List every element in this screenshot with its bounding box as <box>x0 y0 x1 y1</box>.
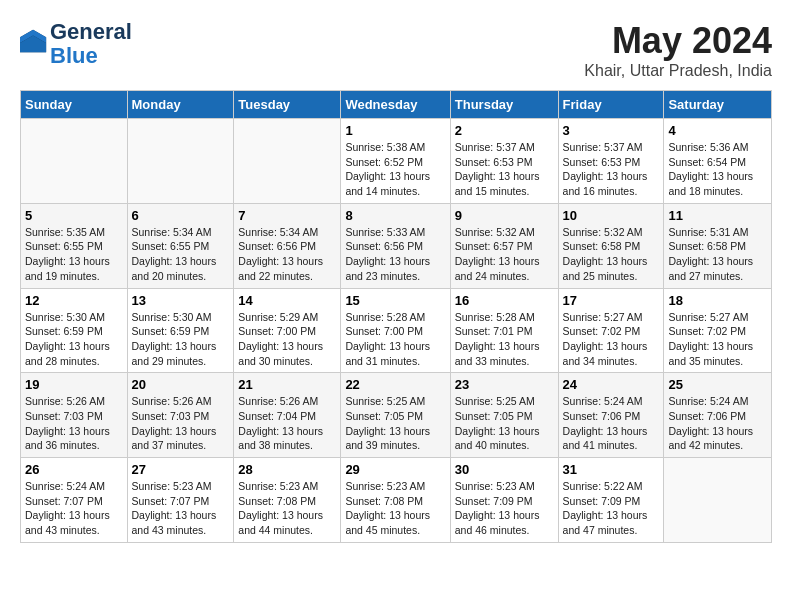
calendar-cell: 8Sunrise: 5:33 AM Sunset: 6:56 PM Daylig… <box>341 203 450 288</box>
calendar-cell: 23Sunrise: 5:25 AM Sunset: 7:05 PM Dayli… <box>450 373 558 458</box>
day-number: 3 <box>563 123 660 138</box>
calendar-cell: 5Sunrise: 5:35 AM Sunset: 6:55 PM Daylig… <box>21 203 128 288</box>
logo-line1: General <box>50 20 132 44</box>
day-number: 5 <box>25 208 123 223</box>
day-number: 4 <box>668 123 767 138</box>
day-number: 26 <box>25 462 123 477</box>
calendar-cell: 22Sunrise: 5:25 AM Sunset: 7:05 PM Dayli… <box>341 373 450 458</box>
day-number: 22 <box>345 377 445 392</box>
day-number: 25 <box>668 377 767 392</box>
title-block: May 2024 Khair, Uttar Pradesh, India <box>584 20 772 80</box>
calendar-cell: 14Sunrise: 5:29 AM Sunset: 7:00 PM Dayli… <box>234 288 341 373</box>
day-number: 20 <box>132 377 230 392</box>
day-info: Sunrise: 5:33 AM Sunset: 6:56 PM Dayligh… <box>345 225 445 284</box>
location: Khair, Uttar Pradesh, India <box>584 62 772 80</box>
day-number: 30 <box>455 462 554 477</box>
day-info: Sunrise: 5:27 AM Sunset: 7:02 PM Dayligh… <box>563 310 660 369</box>
day-info: Sunrise: 5:28 AM Sunset: 7:01 PM Dayligh… <box>455 310 554 369</box>
day-info: Sunrise: 5:29 AM Sunset: 7:00 PM Dayligh… <box>238 310 336 369</box>
col-header-friday: Friday <box>558 91 664 119</box>
day-number: 6 <box>132 208 230 223</box>
day-info: Sunrise: 5:24 AM Sunset: 7:06 PM Dayligh… <box>668 394 767 453</box>
day-number: 12 <box>25 293 123 308</box>
day-info: Sunrise: 5:38 AM Sunset: 6:52 PM Dayligh… <box>345 140 445 199</box>
day-number: 29 <box>345 462 445 477</box>
day-number: 16 <box>455 293 554 308</box>
day-info: Sunrise: 5:37 AM Sunset: 6:53 PM Dayligh… <box>455 140 554 199</box>
day-info: Sunrise: 5:26 AM Sunset: 7:03 PM Dayligh… <box>25 394 123 453</box>
calendar-week-row: 19Sunrise: 5:26 AM Sunset: 7:03 PM Dayli… <box>21 373 772 458</box>
day-info: Sunrise: 5:27 AM Sunset: 7:02 PM Dayligh… <box>668 310 767 369</box>
calendar-cell: 30Sunrise: 5:23 AM Sunset: 7:09 PM Dayli… <box>450 458 558 543</box>
day-info: Sunrise: 5:32 AM Sunset: 6:57 PM Dayligh… <box>455 225 554 284</box>
logo-icon <box>20 28 48 56</box>
page-header: General Blue May 2024 Khair, Uttar Prade… <box>20 20 772 80</box>
calendar-cell: 21Sunrise: 5:26 AM Sunset: 7:04 PM Dayli… <box>234 373 341 458</box>
day-info: Sunrise: 5:23 AM Sunset: 7:07 PM Dayligh… <box>132 479 230 538</box>
calendar-cell: 10Sunrise: 5:32 AM Sunset: 6:58 PM Dayli… <box>558 203 664 288</box>
day-info: Sunrise: 5:25 AM Sunset: 7:05 PM Dayligh… <box>345 394 445 453</box>
calendar-cell: 20Sunrise: 5:26 AM Sunset: 7:03 PM Dayli… <box>127 373 234 458</box>
day-info: Sunrise: 5:24 AM Sunset: 7:06 PM Dayligh… <box>563 394 660 453</box>
day-info: Sunrise: 5:23 AM Sunset: 7:08 PM Dayligh… <box>238 479 336 538</box>
day-info: Sunrise: 5:24 AM Sunset: 7:07 PM Dayligh… <box>25 479 123 538</box>
day-number: 17 <box>563 293 660 308</box>
day-number: 21 <box>238 377 336 392</box>
calendar-cell: 27Sunrise: 5:23 AM Sunset: 7:07 PM Dayli… <box>127 458 234 543</box>
day-number: 8 <box>345 208 445 223</box>
calendar-cell: 31Sunrise: 5:22 AM Sunset: 7:09 PM Dayli… <box>558 458 664 543</box>
day-number: 31 <box>563 462 660 477</box>
calendar-header-row: SundayMondayTuesdayWednesdayThursdayFrid… <box>21 91 772 119</box>
calendar-cell: 25Sunrise: 5:24 AM Sunset: 7:06 PM Dayli… <box>664 373 772 458</box>
day-info: Sunrise: 5:26 AM Sunset: 7:04 PM Dayligh… <box>238 394 336 453</box>
col-header-wednesday: Wednesday <box>341 91 450 119</box>
day-info: Sunrise: 5:30 AM Sunset: 6:59 PM Dayligh… <box>25 310 123 369</box>
month-title: May 2024 <box>584 20 772 62</box>
day-info: Sunrise: 5:30 AM Sunset: 6:59 PM Dayligh… <box>132 310 230 369</box>
day-number: 11 <box>668 208 767 223</box>
calendar-cell: 12Sunrise: 5:30 AM Sunset: 6:59 PM Dayli… <box>21 288 128 373</box>
calendar-cell: 24Sunrise: 5:24 AM Sunset: 7:06 PM Dayli… <box>558 373 664 458</box>
calendar-cell: 11Sunrise: 5:31 AM Sunset: 6:58 PM Dayli… <box>664 203 772 288</box>
calendar-cell <box>21 119 128 204</box>
calendar-cell: 4Sunrise: 5:36 AM Sunset: 6:54 PM Daylig… <box>664 119 772 204</box>
day-info: Sunrise: 5:32 AM Sunset: 6:58 PM Dayligh… <box>563 225 660 284</box>
calendar-cell: 28Sunrise: 5:23 AM Sunset: 7:08 PM Dayli… <box>234 458 341 543</box>
col-header-monday: Monday <box>127 91 234 119</box>
day-number: 7 <box>238 208 336 223</box>
day-number: 27 <box>132 462 230 477</box>
day-number: 13 <box>132 293 230 308</box>
day-number: 28 <box>238 462 336 477</box>
day-number: 24 <box>563 377 660 392</box>
calendar-cell <box>664 458 772 543</box>
calendar-cell: 18Sunrise: 5:27 AM Sunset: 7:02 PM Dayli… <box>664 288 772 373</box>
calendar-cell <box>234 119 341 204</box>
day-number: 2 <box>455 123 554 138</box>
day-number: 9 <box>455 208 554 223</box>
day-number: 10 <box>563 208 660 223</box>
calendar-week-row: 5Sunrise: 5:35 AM Sunset: 6:55 PM Daylig… <box>21 203 772 288</box>
day-number: 18 <box>668 293 767 308</box>
calendar-cell: 17Sunrise: 5:27 AM Sunset: 7:02 PM Dayli… <box>558 288 664 373</box>
logo: General Blue <box>20 20 132 68</box>
calendar-cell: 13Sunrise: 5:30 AM Sunset: 6:59 PM Dayli… <box>127 288 234 373</box>
day-number: 19 <box>25 377 123 392</box>
day-info: Sunrise: 5:34 AM Sunset: 6:56 PM Dayligh… <box>238 225 336 284</box>
calendar-cell: 3Sunrise: 5:37 AM Sunset: 6:53 PM Daylig… <box>558 119 664 204</box>
calendar-cell: 6Sunrise: 5:34 AM Sunset: 6:55 PM Daylig… <box>127 203 234 288</box>
day-info: Sunrise: 5:22 AM Sunset: 7:09 PM Dayligh… <box>563 479 660 538</box>
calendar-cell <box>127 119 234 204</box>
day-info: Sunrise: 5:28 AM Sunset: 7:00 PM Dayligh… <box>345 310 445 369</box>
day-info: Sunrise: 5:23 AM Sunset: 7:08 PM Dayligh… <box>345 479 445 538</box>
calendar-cell: 26Sunrise: 5:24 AM Sunset: 7:07 PM Dayli… <box>21 458 128 543</box>
col-header-sunday: Sunday <box>21 91 128 119</box>
calendar-cell: 29Sunrise: 5:23 AM Sunset: 7:08 PM Dayli… <box>341 458 450 543</box>
day-number: 1 <box>345 123 445 138</box>
day-info: Sunrise: 5:36 AM Sunset: 6:54 PM Dayligh… <box>668 140 767 199</box>
day-info: Sunrise: 5:31 AM Sunset: 6:58 PM Dayligh… <box>668 225 767 284</box>
logo-line2: Blue <box>50 44 132 68</box>
calendar-week-row: 12Sunrise: 5:30 AM Sunset: 6:59 PM Dayli… <box>21 288 772 373</box>
day-info: Sunrise: 5:25 AM Sunset: 7:05 PM Dayligh… <box>455 394 554 453</box>
calendar-cell: 1Sunrise: 5:38 AM Sunset: 6:52 PM Daylig… <box>341 119 450 204</box>
calendar-cell: 16Sunrise: 5:28 AM Sunset: 7:01 PM Dayli… <box>450 288 558 373</box>
